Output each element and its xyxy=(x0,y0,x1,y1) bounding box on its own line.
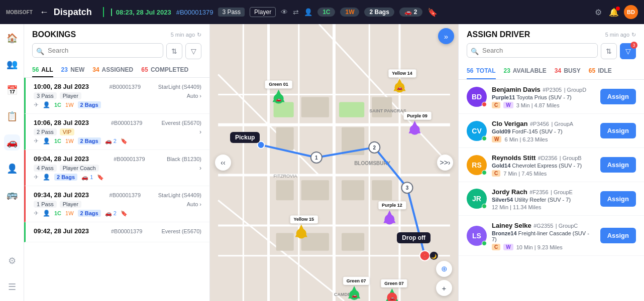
assign-button[interactable]: Assign xyxy=(600,157,636,173)
booking-item[interactable]: 09:34, 28 Jul 2023 #B00001379 StarLight … xyxy=(24,186,209,222)
svg-rect-24 xyxy=(372,180,392,200)
driver-name: Lainey Selke xyxy=(492,222,531,229)
tab-new[interactable]: 23 NEW xyxy=(61,63,85,77)
assign-tab-busy[interactable]: 34 BUSY xyxy=(555,63,581,79)
sort-button[interactable]: ⇅ xyxy=(166,43,182,59)
chevron-left-button[interactable]: ‹‹ xyxy=(215,155,231,171)
svg-text:Purple 12: Purple 12 xyxy=(382,203,402,208)
sidebar-item-calendar[interactable]: 📅 xyxy=(4,82,20,98)
driver-status-dot xyxy=(482,241,487,246)
driver-item: BD Benjamin Davis #P2305 | GroupD Purple… xyxy=(459,80,644,114)
user-avatar[interactable]: BD xyxy=(624,5,638,19)
assign-tab-available[interactable]: 23 AVAILABLE xyxy=(504,63,547,79)
assign-button[interactable]: Assign xyxy=(600,89,636,104)
assign-search-input[interactable] xyxy=(467,43,598,58)
assign-filter-button[interactable]: ▽ 3 xyxy=(620,43,636,59)
svg-rect-16 xyxy=(339,102,364,117)
booking-time: 10:06, 28 Jul 2023 xyxy=(34,119,89,126)
sidebar-item-settings[interactable]: ⚙ xyxy=(4,253,20,269)
bookings-refresh[interactable]: 5 min ago ↻ xyxy=(171,32,201,38)
booking-id: #B00001379 xyxy=(114,156,145,162)
topbar: MOBISOFT ← Dispatch 08:23, 28 Jul 2023 #… xyxy=(0,0,644,24)
booking-item[interactable]: 10:06, 28 Jul 2023 #B00001379 Everest (E… xyxy=(24,114,209,150)
booking-item[interactable]: 10:00, 28 Jul 2023 #B00001379 StarLight … xyxy=(24,78,209,114)
driver-vehicle: Bronze14 Freight-liner Cascade (SUV - 7) xyxy=(492,230,595,242)
driver-info: Benjamin Davis #P2305 | GroupD Purple11 … xyxy=(492,85,595,108)
transfer-icon[interactable]: ⇄ xyxy=(293,8,299,16)
driver-avatar: RS xyxy=(467,155,487,175)
flight-icon: ✈ xyxy=(34,174,39,181)
sidebar-item-bookings[interactable]: 📋 xyxy=(4,108,20,124)
tab-all[interactable]: 56 ALL xyxy=(32,63,53,77)
assign-search-row: 🔍 ⇅ ▽ 3 xyxy=(459,43,644,63)
driver-vehicle: Purple11 Toyota Prius (SUV - 7) xyxy=(492,94,595,100)
chevron-right-button[interactable]: >>› xyxy=(437,155,453,171)
person-icon: 👤 xyxy=(43,174,50,181)
car-icon: 🚗 1 xyxy=(81,174,93,181)
svg-rect-23 xyxy=(342,180,364,200)
svg-text:FITZROVIA: FITZROVIA xyxy=(274,174,297,179)
bookings-search-row: 🔍 ⇅ ▽ xyxy=(24,43,209,63)
booking-item[interactable]: 09:04, 28 Jul 2023 #B00001379 Black (B12… xyxy=(24,150,209,186)
booking-time: 10:00, 28 Jul 2023 xyxy=(34,83,89,90)
assign-button[interactable]: Assign xyxy=(600,123,636,138)
auto-badge: Auto › xyxy=(187,93,201,99)
svg-text:🚗: 🚗 xyxy=(276,96,282,102)
forward-button[interactable]: » xyxy=(438,28,454,44)
driver-meta: C W 10 Min | 9.23 Miles xyxy=(492,244,595,250)
sidebar-item-menu[interactable]: ☰ xyxy=(4,279,20,295)
driver-avatar: CV xyxy=(467,121,487,141)
booking-time: 09:04, 28 Jul 2023 xyxy=(34,155,89,163)
driver-item: CV Clo Verigan #P3456 | GroupA Gold09 Fo… xyxy=(459,114,644,148)
driver-vehicle: Gold14 Chevrolet Express (SUV - 7) xyxy=(492,163,595,169)
expand-btn[interactable]: › xyxy=(199,128,201,135)
sidebar-item-people[interactable]: 👤 xyxy=(4,161,20,177)
pill-bags: 2 Bags xyxy=(364,8,394,17)
eye-icon[interactable]: 👁 xyxy=(281,8,288,16)
bookings-search-input[interactable] xyxy=(32,43,163,58)
tab-assigned[interactable]: 34 ASSIGNED xyxy=(92,63,133,77)
pill-1c: 1C xyxy=(317,8,335,17)
assign-driver-panel: ASSIGN DRIVER 5 min ago ↻ 🔍 ⇅ ▽ 3 56 TOT… xyxy=(458,24,644,301)
sidebar-item-team[interactable]: 👥 xyxy=(4,56,20,72)
pickup-label: Pickup xyxy=(230,132,260,143)
assign-sort-button[interactable]: ⇅ xyxy=(601,43,617,59)
assign-button[interactable]: Assign xyxy=(600,228,636,243)
svg-text:Yellow 15: Yellow 15 xyxy=(293,217,314,222)
booking-item[interactable]: 09:42, 28 Jul 2023 #B00001379 Everest (E… xyxy=(24,222,209,242)
booking-id: #B00001379 xyxy=(110,84,141,90)
1c-label: 1C xyxy=(54,210,61,216)
svg-text:Green 01: Green 01 xyxy=(269,82,288,87)
assign-tab-total[interactable]: 56 TOTAL xyxy=(467,63,496,79)
booking-id: #B00001379 xyxy=(110,192,141,198)
notification-icon[interactable]: 🔔 xyxy=(609,8,619,17)
driver-list: BD Benjamin Davis #P2305 | GroupD Purple… xyxy=(459,80,644,301)
person-icon: 👤 xyxy=(43,137,50,144)
sidebar-item-vehicles[interactable]: 🚌 xyxy=(4,187,20,203)
bookings-title: BOOKINGS xyxy=(32,30,76,39)
tab-completed[interactable]: 65 COMPLETED xyxy=(141,63,188,77)
svg-text:1: 1 xyxy=(315,155,318,161)
svg-text:🚗: 🚗 xyxy=(352,292,358,298)
back-button[interactable]: ← xyxy=(40,7,49,18)
booking-loc: Everest (E5670) xyxy=(162,228,201,234)
expand-btn[interactable]: › xyxy=(199,165,201,172)
driver-item: RS Reynolds Stitt #D2356 | GroupB Gold14… xyxy=(459,148,644,182)
bookings-list: 10:00, 28 Jul 2023 #B00001379 StarLight … xyxy=(24,78,209,301)
bags-label: 2 Bags xyxy=(78,101,101,108)
assign-tab-idle[interactable]: 65 IDLE xyxy=(589,63,612,79)
sidebar-item-dispatch[interactable]: 🚗 xyxy=(4,134,20,150)
assign-button[interactable]: Assign xyxy=(600,191,636,207)
bags-label: 2 Bags xyxy=(78,210,101,217)
sidebar-item-home[interactable]: 🏠 xyxy=(4,30,20,46)
assign-refresh[interactable]: 5 min ago ↻ xyxy=(605,32,636,38)
locate-button[interactable]: ⊕ xyxy=(436,261,452,277)
zoom-plus-button[interactable]: + xyxy=(436,280,452,296)
pill-cars: 🚗2 xyxy=(399,8,422,17)
svg-point-60 xyxy=(296,228,306,238)
settings-icon[interactable]: ⚙ xyxy=(595,8,602,17)
filter-button[interactable]: ▽ xyxy=(185,43,201,59)
svg-text:Yellow 14: Yellow 14 xyxy=(392,71,412,76)
assign-header: ASSIGN DRIVER 5 min ago ↻ xyxy=(459,24,644,43)
person-icon[interactable]: 👤 xyxy=(304,8,312,16)
